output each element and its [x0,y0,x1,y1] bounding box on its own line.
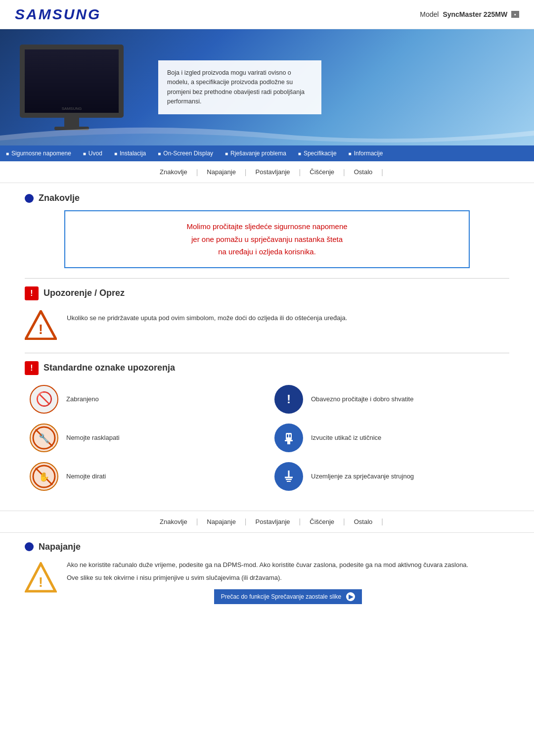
tab-sep-5: | [381,168,383,176]
hero-banner: SAMSUNG Boja i izgled proizvoda mogu var… [0,29,534,145]
svg-text:🔧: 🔧 [39,433,50,444]
upozorenje-desc: Ukoliko se ne pridržavate uputa pod ovim… [67,308,509,322]
warning-line2: jer one pomažu u sprječavanju nastanka š… [75,233,459,246]
link-circle-icon: ▶ [346,592,355,601]
nav-item-osd[interactable]: ■ On-Screen Display [152,145,219,161]
grid-item-dirati: ✋ Nemojte dirati [30,462,260,491]
napajanje-link-button[interactable]: Prečac do funkcije Sprečavanje zaostale … [214,589,362,604]
exclamation-icon: ! [274,385,303,414]
napajanje-triangle-icon: ! [25,562,57,593]
hero-text-box: Boja i izgled proizvoda mogu varirati ov… [158,60,321,115]
tab-ostalo-1[interactable]: Ostalo [345,167,382,177]
nav-item-instalacija[interactable]: ■ Instalacija [108,145,152,161]
svg-rect-11 [285,440,293,441]
nav-bar: ■ Sigurnosne napomene ■ Uvod ■ Instalaci… [0,145,534,161]
standardne-red-icon: ! [25,361,39,375]
warning-red-icon: ! [25,286,39,300]
utikac-label: Izvucite utikač iz utičnice [311,434,381,441]
tab-ostalo-2[interactable]: Ostalo [345,517,382,527]
svg-rect-8 [286,433,292,440]
tab-napajanje-2[interactable]: Napajanje [198,517,245,527]
standardne-section: ! Standardne oznake upozorenja 🚫 Zabranj… [0,361,534,501]
blue-circle-icon [25,194,34,203]
warning-line1: Molimo pročitajte sljedeće sigurnosne na… [75,220,459,233]
napajanje-section: Napajanje ! Ako ne koristite računalo du… [0,533,534,619]
tab-postavljanje-2[interactable]: Postavljanje [247,517,299,527]
svg-rect-9 [287,434,288,437]
svg-text:!: ! [39,322,43,337]
nav-item-sigurnosne[interactable]: ■ Sigurnosne napomene [0,145,77,161]
napajanje-text-block: Ako ne koristite računalo duže vrijeme, … [67,560,509,605]
grid-item-zabranjeno: 🚫 Zabranjeno [30,385,260,414]
grid-item-obavezno: ! Obavezno pročitajte i dobro shvatite [274,385,504,414]
nav-item-informacije[interactable]: ■ Informacije [343,145,389,161]
divider-1 [25,278,509,279]
no-disassemble-icon: 🔧 [30,424,58,452]
ground-icon [274,462,303,491]
svg-text:✋: ✋ [39,472,50,482]
tab-postavljanje-1[interactable]: Postavljanje [247,167,299,177]
tab-ciscenje-1[interactable]: Čišćenje [301,167,343,177]
tab-bar-1: Znakovlje | Napajanje | Postavljanje | Č… [0,161,534,183]
warning-line3: na uređaju i ozljeda korisnika. [75,245,459,258]
napajanje-title-row: Napajanje [25,542,509,552]
nav-item-resavanje[interactable]: ■ Rješavanje problema [219,145,292,161]
svg-rect-12 [287,441,290,444]
link-label: Prečac do funkcije Sprečavanje zaostale … [221,593,341,600]
nav-item-uvod[interactable]: ■ Uvod [77,145,108,161]
tab-ciscenje-2[interactable]: Čišćenje [301,517,343,527]
unplug-icon [274,424,303,452]
napajanje-text2: Ove slike su tek okvirne i nisu primjenj… [67,573,509,583]
napajanje-text1: Ako ne koristite računalo duže vrijeme, … [67,560,509,570]
upozorenje-header: ! Upozorenje / Oprez [25,286,509,300]
rasklapati-label: Nemojte rasklapati [66,434,120,441]
standardne-grid: 🚫 Zabranjeno ! Obavezno pročitajte i dob… [25,385,509,491]
znakovlje-title: Znakovlje [39,193,80,203]
tab-napajanje-1[interactable]: Napajanje [198,167,245,177]
tab-sep-10: | [381,518,383,525]
tab-znakovlje-1[interactable]: Znakovlje [151,167,196,177]
triangle-warning-icon: ! [25,310,57,340]
warning-box: Molimo pročitajte sljedeće sigurnosne na… [64,210,470,268]
zabranjeno-label: Zabranjeno [66,395,99,403]
model-label: Model [420,10,439,18]
grid-item-uzemljenje: Uzemljenje za sprječavanje strujnog [274,462,504,491]
standardne-title: Standardne oznake upozorenja [44,363,175,373]
monitor-illustration: SAMSUNG [20,45,124,130]
divider-2 [25,353,509,353]
grid-item-rasklapati: 🔧 Nemojte rasklapati [30,424,260,452]
svg-rect-10 [289,434,291,437]
forbidden-icon: 🚫 [30,385,58,414]
grid-item-utikac: Izvucite utikač iz utičnice [274,424,504,452]
svg-text:!: ! [287,392,291,406]
obavezno-label: Obavezno pročitajte i dobro shvatite [311,395,413,403]
model-box: ▪ [511,11,519,18]
tab-znakovlje-2[interactable]: Znakovlje [151,517,196,527]
header: SAMSUNG Model SyncMaster 225MW ▪ [0,0,534,29]
znakovlje-section: Znakovlje Molimo pročitajte sljedeće sig… [0,183,534,268]
standardne-header: ! Standardne oznake upozorenja [25,361,509,375]
dirati-label: Nemojte dirati [66,472,106,480]
napajanje-title: Napajanje [39,542,81,552]
napajanje-link-row: Prečac do funkcije Sprečavanje zaostale … [67,589,509,604]
upozorenje-section: ! Upozorenje / Oprez ! Ukoliko se ne pri… [0,286,534,345]
tab-bar-2: Znakovlje | Napajanje | Postavljanje | Č… [0,511,534,533]
znakovlje-title-row: Znakovlje [25,193,509,203]
uzemljenje-label: Uzemljenje za sprječavanje strujnog [311,472,414,480]
upozorenje-row: ! Ukoliko se ne pridržavate uputa pod ov… [25,308,509,340]
model-info: Model SyncMaster 225MW ▪ [420,10,519,18]
nav-item-specifikacije[interactable]: ■ Specifikacije [292,145,343,161]
no-touch-icon: ✋ [30,462,58,491]
napajanje-blue-circle [25,542,34,551]
samsung-logo: SAMSUNG [15,6,101,23]
napajanje-content-row: ! Ako ne koristite računalo duže vrijeme… [25,560,509,605]
upozorenje-title: Upozorenje / Oprez [44,288,125,298]
svg-text:!: ! [39,574,43,590]
model-name: SyncMaster 225MW [443,10,507,18]
